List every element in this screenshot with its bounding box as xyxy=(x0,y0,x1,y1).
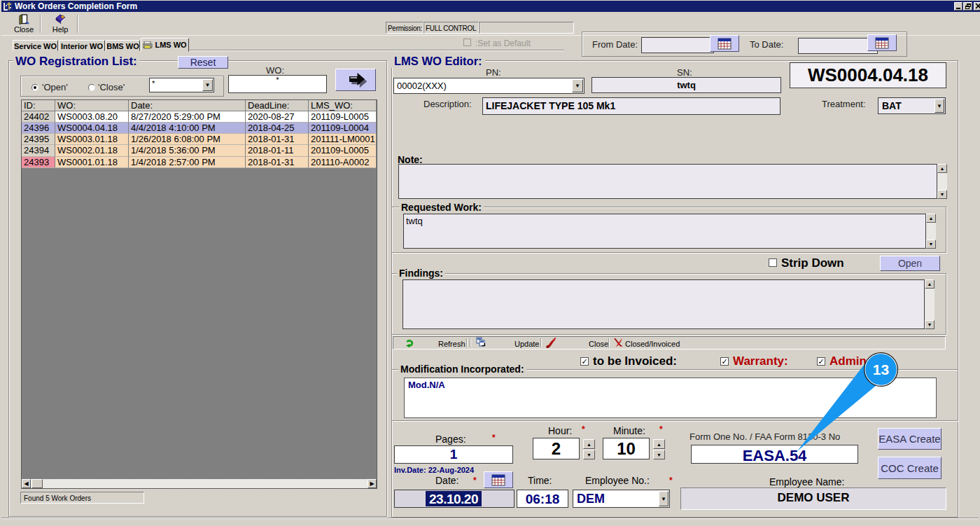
svg-text:13: 13 xyxy=(873,361,889,378)
